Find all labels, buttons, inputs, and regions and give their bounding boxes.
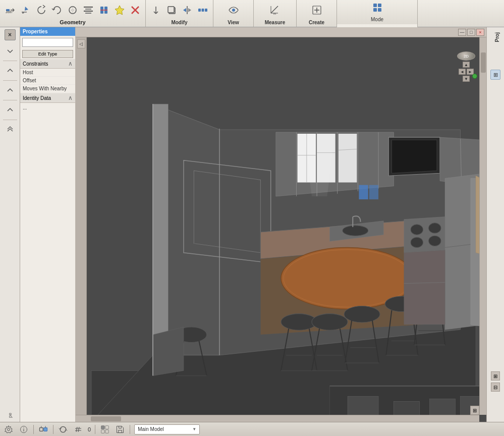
main-toolbar: Join <box>0 0 504 27</box>
svg-point-99 <box>411 237 423 247</box>
view-cube[interactable]: 2D <box>457 51 475 61</box>
chevron-up-3[interactable] <box>2 103 18 117</box>
svg-rect-15 <box>168 7 174 13</box>
move-down-icon[interactable] <box>149 3 163 17</box>
svg-marker-96 <box>404 217 445 253</box>
svg-point-3 <box>69 7 76 14</box>
vp-strip-btn-1[interactable]: ◁ <box>77 39 85 48</box>
svg-rect-39 <box>153 104 168 355</box>
geometry-label: Geometry <box>60 18 85 25</box>
model-chevron: ▼ <box>192 427 196 431</box>
viewport-hscrollbar[interactable] <box>76 415 479 422</box>
chevron-up-1[interactable] <box>2 64 18 77</box>
trim-icon[interactable] <box>97 3 111 17</box>
array-icon[interactable] <box>196 3 210 17</box>
mirror-icon[interactable] <box>180 3 194 17</box>
toolbar-section-geometry: Join <box>0 0 146 27</box>
hscrollbar-thumb[interactable] <box>91 416 121 421</box>
svg-rect-26 <box>378 4 381 7</box>
offset-row: Offset <box>20 77 75 85</box>
svg-marker-11 <box>115 6 124 15</box>
edit-type-row: Edit Type <box>20 49 75 59</box>
join-icon[interactable]: Join <box>3 3 17 17</box>
view-toggle-icon[interactable] <box>99 424 110 435</box>
close-panel-button[interactable]: × <box>5 29 16 40</box>
svg-rect-123 <box>44 427 47 431</box>
svg-rect-127 <box>105 429 109 433</box>
measure-icon[interactable]: m <box>268 3 282 17</box>
settings-icon[interactable] <box>3 424 14 435</box>
status-divider-2 <box>53 425 53 434</box>
sync-icon[interactable] <box>58 424 69 435</box>
viewport-expand-button[interactable]: ⊞ <box>470 406 479 415</box>
toolbar-section-measure: m Measure <box>254 0 297 27</box>
svg-rect-6 <box>84 11 93 12</box>
viewport-controls: — □ × <box>458 29 484 36</box>
save-icon[interactable] <box>115 424 126 435</box>
double-chevron-btn[interactable] <box>2 123 18 136</box>
model-selector[interactable]: Main Model ▼ <box>134 424 200 434</box>
create-icon[interactable] <box>310 3 324 17</box>
restore-button[interactable]: □ <box>467 29 475 36</box>
chevron-up-2[interactable] <box>2 84 18 97</box>
properties-header: Properties <box>20 27 75 36</box>
info-icon[interactable] <box>18 424 29 435</box>
svg-marker-58 <box>391 140 436 173</box>
copy-icon[interactable] <box>164 3 179 17</box>
svg-rect-122 <box>40 427 43 431</box>
nav-middle-row: ◄ ► <box>459 69 474 75</box>
vscrollbar-thumb[interactable] <box>481 52 486 73</box>
view-cube-controls: ▲ ◄ ► ▼ <box>459 62 474 82</box>
arrow-down-btn[interactable] <box>2 44 18 58</box>
left-panel: × pe <box>0 27 20 422</box>
3d-scene[interactable]: 2D ▲ ◄ ► ▼ <box>76 37 486 422</box>
identity-section[interactable]: Identity Data ∧ <box>20 93 75 103</box>
viewport-close-button[interactable]: × <box>476 29 484 36</box>
nav-up-btn[interactable]: ▲ <box>463 62 470 68</box>
vscroll-collapse-btn[interactable]: ⊟ <box>491 383 500 392</box>
rotate-icon[interactable] <box>50 3 64 17</box>
nav-left-btn[interactable]: ◄ <box>459 69 466 75</box>
expand-panel-button[interactable]: ⊞ <box>490 70 500 80</box>
svg-marker-106 <box>153 327 184 376</box>
align-icon[interactable] <box>81 3 95 17</box>
pin-icon[interactable] <box>113 3 127 17</box>
type-label: pe <box>8 413 13 418</box>
status-divider-4 <box>130 425 130 434</box>
cut-icon[interactable] <box>128 3 142 17</box>
edit-icon[interactable] <box>19 3 33 17</box>
identity-label: Identity Data <box>23 95 51 101</box>
vscroll-expand-btn[interactable]: ⊞ <box>491 371 500 380</box>
minimize-button[interactable]: — <box>458 29 466 36</box>
divider-2 <box>3 80 17 81</box>
delete-path-icon[interactable] <box>34 3 48 17</box>
divider-3 <box>3 100 17 100</box>
type-selector[interactable] <box>22 38 73 47</box>
svg-rect-25 <box>373 4 377 7</box>
status-divider-1 <box>33 425 34 434</box>
status-divider-3 <box>95 425 95 434</box>
scene-svg <box>76 37 486 422</box>
project-browser-label: Proj <box>494 32 500 42</box>
mode-button[interactable]: Mode <box>337 0 418 24</box>
create-label: Create <box>309 19 324 25</box>
svg-point-74 <box>312 314 348 331</box>
svg-point-121 <box>23 427 24 428</box>
svg-point-104 <box>343 226 368 236</box>
constraints-section[interactable]: Constraints ∧ <box>20 59 75 69</box>
view-icon[interactable] <box>227 3 241 17</box>
status-bar: 0 Main Model ▼ <box>0 422 504 436</box>
svg-rect-128 <box>119 430 122 432</box>
viewport-vscrollbar[interactable] <box>479 37 486 415</box>
svg-rect-53 <box>339 134 357 183</box>
mode-icon <box>372 2 383 16</box>
constraints-label: Constraints <box>23 61 48 67</box>
svg-rect-19 <box>205 9 207 12</box>
ellipsis-text: ... <box>23 105 27 111</box>
modify-label: Modify <box>171 19 187 25</box>
nav-down-btn[interactable]: ▼ <box>463 76 470 82</box>
edit-type-button[interactable]: Edit Type <box>22 50 73 58</box>
svg-rect-5 <box>85 9 91 10</box>
circle-icon[interactable] <box>66 3 80 17</box>
workset-icon[interactable] <box>38 424 49 435</box>
